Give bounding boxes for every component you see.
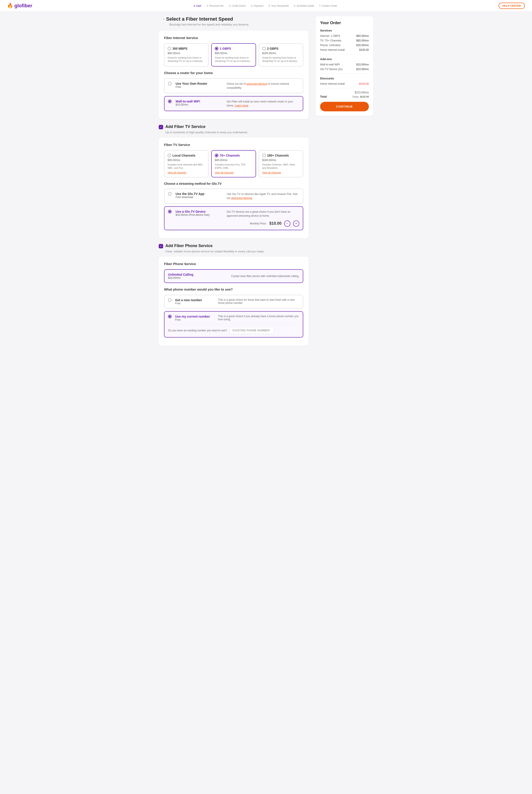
tv-local-price: $35.00/mo — [168, 159, 205, 162]
internet-option-300[interactable]: 300 MBPS $65.00/mo Great for working fro… — [164, 43, 209, 67]
continue-button[interactable]: CONTINUE — [320, 102, 369, 111]
order-wifi-addon: Wall-to-wall WiFi $10.00/mo — [320, 63, 369, 66]
existing-number-input[interactable] — [230, 327, 274, 334]
increment-device-button[interactable]: + — [293, 220, 299, 227]
phone-section-outer: ✓ Add Fiber Phone Service Clear, reliabl… — [159, 243, 308, 346]
streaming-app[interactable]: Use the Glo.TV App Free download Use Glo… — [164, 188, 303, 204]
approved-devices-link-2[interactable]: approved devices. — [231, 197, 253, 200]
nav-step-confirm[interactable]: 7. Confirm Order — [319, 4, 337, 7]
order-phone: Phone: Unlimited $20.00/mo — [320, 44, 369, 47]
radio-300 — [168, 47, 171, 50]
order-internet-amount: $80.00/mo — [356, 34, 369, 37]
order-phone-label: Phone: Unlimited — [320, 44, 340, 47]
order-total-right: Today: $215.00 — [352, 95, 369, 98]
number-new-desc: This is a great choice for those that wa… — [218, 298, 299, 304]
tv-180plus[interactable]: 180+ Channels $160.00/mo Includes Cinema… — [259, 150, 303, 178]
nav-step-schedule[interactable]: 6. Schedule Install — [294, 4, 314, 7]
router-wifi-content: Wall-to-wall WiFi $10.00/mo — [175, 99, 224, 106]
order-today-label: Today: $215.00 — [352, 95, 369, 98]
logo: 🔥 glofiber — [7, 3, 32, 8]
radio-new-number — [168, 298, 172, 302]
order-wifi-addon-label: Wall-to-wall WiFi — [320, 63, 340, 66]
order-device-addon-amount: $10.00/mo — [356, 68, 369, 71]
tv-channel-options: Local Channels $35.00/mo Includes local … — [164, 150, 303, 178]
option-name-2g: 2 GBPS — [267, 47, 279, 50]
tv-service-header: ✓ Add Fiber TV Service — [159, 125, 308, 129]
radio-current-number — [168, 315, 172, 318]
phone-checkbox[interactable]: ✓ — [159, 244, 163, 248]
logo-text: glofiber — [14, 3, 32, 8]
order-install-amount: $100.00 — [359, 48, 369, 52]
tv-70plus[interactable]: 70+ Channels $85.00/mo Includes local pl… — [211, 150, 256, 178]
router-wifi-desc: Glo Fiber will install an eero mesh netw… — [227, 99, 299, 108]
internet-option-1g[interactable]: 1 GBPS $80.00/mo Great for working from … — [211, 43, 256, 67]
nav-step-payment[interactable]: 4. Payment — [251, 4, 263, 7]
nav-step-personal[interactable]: 2. Personal Info — [206, 4, 224, 7]
order-tv: TV: 70+ Channels $85.00/mo — [320, 39, 369, 42]
router-own-content: Use Your Own Router Free — [175, 82, 224, 89]
page-layout: ‹ Select a Fiber Internet Speed Blazingl… — [155, 12, 377, 355]
tv-180plus-price: $160.00/mo — [262, 159, 300, 162]
order-discount-amount: -$100.00 — [358, 82, 369, 86]
phone-plan: Unlimited Calling $20.00/mo Crystal clea… — [164, 269, 303, 283]
router-wifi-price: $10.00/mo — [175, 103, 224, 106]
tv-70plus-view-all[interactable]: View all channels — [215, 171, 252, 174]
tv-local-view-all[interactable]: View all channels — [168, 171, 205, 174]
order-card: Your Order Services Internet: 1 GBPS $80… — [316, 16, 373, 116]
phone-service-header: ✓ Add Fiber Phone Service — [159, 243, 308, 248]
order-tv-amount: $85.00/mo — [356, 39, 369, 42]
tv-local[interactable]: Local Channels $35.00/mo Includes local … — [164, 150, 209, 178]
streaming-section: Choose a streaming method for Glo.TV Use… — [164, 182, 303, 230]
approved-devices-link-1[interactable]: approved devices — [247, 82, 267, 86]
number-current[interactable]: Use my current number Free This is a gre… — [164, 311, 303, 337]
nav-step-credit[interactable]: 3. Credit Check — [229, 4, 246, 7]
radio-own-router — [168, 82, 172, 86]
number-new-name: Get a new number — [175, 298, 216, 302]
help-button[interactable]: HELP CENTER — [498, 3, 525, 9]
nav-step-cart[interactable]: 1. Cart — [193, 4, 201, 7]
number-new[interactable]: Get a new number Free This is a great ch… — [164, 295, 303, 309]
internet-options: 300 MBPS $65.00/mo Great for working fro… — [164, 43, 303, 67]
number-current-price: Free — [175, 318, 216, 321]
streaming-device-content: Use a Glo.TV Device $10.00/mo (First dev… — [175, 210, 224, 217]
services-label: Services — [320, 29, 369, 32]
option-desc-1g: Great for working from home or streaming… — [215, 56, 252, 63]
radio-local — [168, 154, 171, 157]
logo-flame-icon: 🔥 — [7, 3, 13, 8]
learn-more-link[interactable]: Learn more — [235, 104, 248, 107]
internet-option-2g[interactable]: 2 GBPS $165.00/mo Great for working from… — [259, 43, 303, 67]
router-own[interactable]: Use Your Own Router Free Check our list … — [164, 78, 303, 93]
order-tv-label: TV: 70+ Channels — [320, 39, 341, 42]
back-button[interactable]: ‹ — [163, 17, 164, 21]
tv-card: Fiber TV Service Local Channels $35.00/m… — [159, 137, 308, 238]
router-own-desc: Check our list of approved devices to en… — [227, 82, 299, 90]
tv-180plus-view-all[interactable]: View all channels — [262, 171, 300, 174]
router-own-price: Free — [175, 86, 224, 89]
tv-local-desc: Includes local channels like ABC, NBC, a… — [168, 163, 205, 170]
nav-step-household[interactable]: 5. Your Household — [269, 4, 289, 7]
order-subtotal: $215.00/mo — [320, 91, 369, 94]
router-wifi[interactable]: Wall-to-wall WiFi $10.00/mo Glo Fiber wi… — [164, 96, 303, 111]
existing-number-row: Do you have an existing number you want … — [168, 324, 299, 334]
tv-70plus-price: $85.00/mo — [215, 159, 252, 162]
order-total-row: Total Today: $215.00 — [320, 95, 369, 98]
order-total-label: Total — [320, 95, 327, 98]
tv-70plus-name: 70+ Channels — [220, 154, 240, 157]
order-device-addon-label: Glo.TV Device (2x) — [320, 68, 342, 71]
number-current-info: Use my current number Free — [175, 315, 216, 321]
option-desc-300: Great for working from home or streaming… — [168, 56, 205, 63]
radio-180plus — [262, 154, 266, 157]
option-name-1g: 1 GBPS — [220, 47, 231, 50]
tv-section-title: Fiber TV Service — [164, 143, 303, 147]
tv-local-name: Local Channels — [172, 154, 195, 157]
tv-checkbox[interactable]: ✓ — [159, 125, 163, 129]
decrement-device-button[interactable]: − — [284, 220, 290, 227]
page-subtitle: Blazingly fast internet for the speed an… — [169, 23, 308, 26]
tv-180plus-name: 180+ Channels — [267, 154, 289, 157]
radio-70plus — [215, 154, 218, 157]
option-price-2g: $165.00/mo — [262, 52, 300, 55]
phone-plan-info: Unlimited Calling $20.00/mo — [168, 273, 193, 279]
streaming-device-price: $10.00/mo (First device free) — [175, 214, 224, 217]
radio-1g — [215, 47, 218, 50]
streaming-device[interactable]: Use a Glo.TV Device $10.00/mo (First dev… — [164, 206, 303, 230]
